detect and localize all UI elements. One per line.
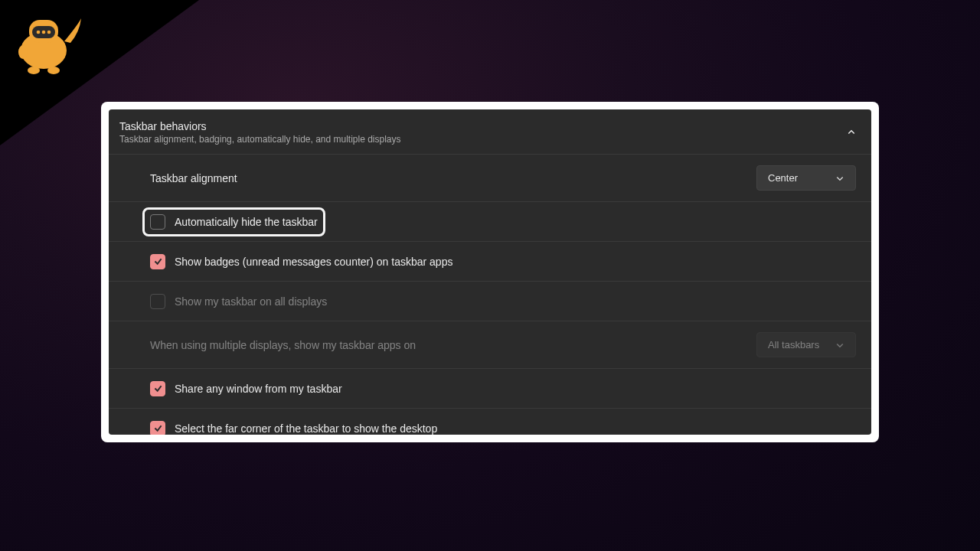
chevron-up-icon[interactable] [847,128,856,137]
svg-point-4 [42,31,46,34]
label-auto-hide: Automatically hide the taskbar [175,216,318,228]
panel-subtitle: Taskbar alignment, badging, automaticall… [119,134,401,145]
check-icon [153,256,163,266]
svg-point-3 [37,31,41,34]
svg-point-7 [47,67,60,74]
label-share-window: Share any window from my taskbar [175,383,342,395]
checkbox-all-displays [150,294,165,309]
mascot-logo [9,6,86,83]
svg-point-6 [28,67,40,74]
select-taskbar-alignment[interactable]: Center [756,165,856,191]
chevron-down-icon [835,174,844,183]
select-multi-display: All taskbars [756,332,856,357]
row-show-badges[interactable]: Show badges (unread messages counter) on… [109,241,871,281]
checkbox-share-window[interactable] [150,381,165,396]
taskbar-behaviors-panel: Taskbar behaviors Taskbar alignment, bad… [109,109,871,435]
svg-point-5 [47,31,51,34]
checkbox-auto-hide[interactable] [150,214,165,230]
svg-point-8 [18,45,28,59]
row-auto-hide-taskbar[interactable]: Automatically hide the taskbar [109,201,871,241]
row-all-displays: Show my taskbar on all displays [109,281,871,321]
row-share-window[interactable]: Share any window from my taskbar [109,368,871,408]
label-taskbar-alignment: Taskbar alignment [150,172,237,184]
select-value: Center [768,172,798,184]
checkbox-show-badges[interactable] [150,254,165,269]
check-icon [153,383,163,393]
row-multi-display-apps: When using multiple displays, show my ta… [109,321,871,368]
check-icon [153,423,163,433]
label-show-badges: Show badges (unread messages counter) on… [175,256,452,268]
panel-header[interactable]: Taskbar behaviors Taskbar alignment, bad… [109,109,871,154]
select-value: All taskbars [768,339,819,350]
row-taskbar-alignment: Taskbar alignment Center [109,154,871,201]
chevron-down-icon [835,341,844,350]
label-multi-display: When using multiple displays, show my ta… [150,339,416,351]
label-all-displays: Show my taskbar on all displays [175,295,327,308]
settings-card-frame: Taskbar behaviors Taskbar alignment, bad… [101,102,879,442]
row-far-corner[interactable]: Select the far corner of the taskbar to … [109,408,871,435]
label-far-corner: Select the far corner of the taskbar to … [175,422,437,435]
panel-title: Taskbar behaviors [119,120,401,132]
checkbox-far-corner[interactable] [150,421,165,435]
